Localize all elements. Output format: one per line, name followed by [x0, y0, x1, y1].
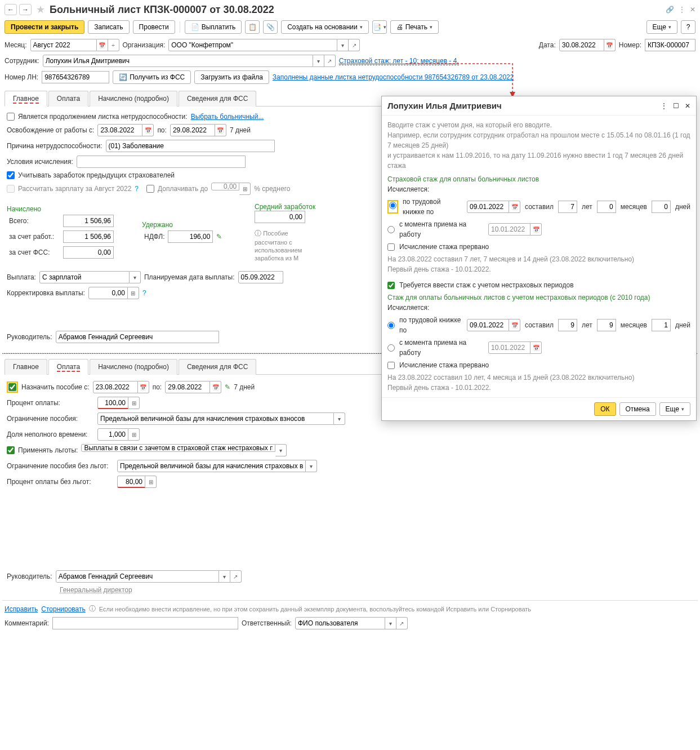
mgr-input[interactable] [56, 331, 219, 343]
reason-input[interactable] [106, 140, 275, 152]
help-button[interactable]: ? [681, 20, 695, 34]
tab-accrued[interactable]: Начислено (подробно) [90, 91, 177, 106]
radio-workbook1[interactable] [389, 202, 396, 209]
conditions-input[interactable] [77, 156, 246, 168]
plan-date-input[interactable] [238, 271, 283, 283]
more-button[interactable]: Еще [647, 20, 677, 34]
years2[interactable] [558, 319, 577, 331]
forward-button[interactable]: → [19, 4, 32, 15]
interrupted1-checkbox[interactable] [387, 243, 395, 251]
free-to-input[interactable] [170, 124, 215, 136]
assign-from-input[interactable] [93, 381, 138, 393]
pay-button[interactable]: 📄Выплатить [185, 20, 242, 34]
month-calendar-icon[interactable]: 📅 [97, 39, 108, 51]
favorite-icon[interactable]: ★ [36, 3, 45, 16]
tab-main[interactable]: Главное [5, 91, 47, 106]
free-from-input[interactable] [97, 124, 142, 136]
panel-more-button[interactable]: Еще [659, 402, 690, 416]
benefit-input[interactable] [81, 444, 275, 452]
position-link[interactable]: Генеральный директор [60, 586, 132, 594]
ln-data-link[interactable]: Заполнены данные листка нетрудоспособнос… [273, 73, 514, 81]
radio-hire1[interactable] [387, 226, 395, 233]
days1[interactable] [652, 201, 671, 213]
attach-button[interactable]: 📎 [263, 20, 278, 34]
pencil-icon[interactable]: ✎ [216, 233, 222, 241]
kebab-icon[interactable]: ⋮ [679, 6, 685, 14]
post-and-close-button[interactable]: Провести и закрыть [5, 20, 84, 34]
print-button[interactable]: 🖨Печать [390, 20, 439, 34]
responsible-input[interactable] [295, 617, 385, 629]
assign-to-input[interactable] [165, 381, 210, 393]
tab2-pay[interactable]: Оплата [48, 359, 88, 375]
calendar-icon[interactable]: 📅 [215, 124, 226, 136]
load-file-button[interactable]: Загрузить из файла [194, 70, 269, 84]
interrupted2-checkbox[interactable] [387, 362, 395, 369]
month-input[interactable] [30, 39, 97, 51]
topup-input[interactable] [211, 183, 239, 190]
org-open[interactable]: ↗ [349, 39, 360, 51]
close-icon[interactable]: ✕ [690, 6, 695, 14]
write-button[interactable]: Записать [88, 20, 129, 34]
ln-input[interactable] [42, 71, 109, 83]
workbook-date2[interactable] [467, 319, 509, 331]
years1[interactable] [558, 201, 577, 213]
post-button[interactable]: Провести [133, 20, 175, 34]
emp-part-input[interactable] [63, 230, 114, 243]
fss-part-input[interactable] [63, 246, 114, 259]
panel-cancel-button[interactable]: Отмена [619, 402, 656, 416]
footer-mgr-input[interactable] [56, 570, 219, 583]
storno-link[interactable]: Сторнировать [41, 605, 85, 613]
prev-insurers-checkbox[interactable] [7, 171, 15, 179]
panel-kebab-icon[interactable]: ⋮ [661, 102, 667, 110]
insurance-link[interactable]: Страховой стаж: лет - 10; месяцев - 4. [339, 57, 459, 65]
pct-nb-input[interactable] [117, 476, 145, 488]
date-calendar-icon[interactable]: 📅 [604, 39, 616, 51]
total-input[interactable] [63, 215, 114, 227]
org-input[interactable] [168, 39, 337, 51]
emp-input[interactable] [43, 55, 313, 67]
tab2-accrued[interactable]: Начислено (подробно) [90, 359, 177, 375]
radio-hire2[interactable] [387, 344, 395, 352]
limit-input[interactable] [97, 412, 334, 425]
pct-input[interactable] [97, 397, 128, 409]
panel-maximize-icon[interactable]: ☐ [673, 102, 679, 110]
report-button[interactable]: 📋 [245, 20, 260, 34]
emp-dropdown[interactable]: ▾ [313, 55, 324, 67]
panel-close-icon[interactable]: ✕ [685, 102, 690, 110]
calendar-icon[interactable]: 📅 [142, 124, 154, 136]
create-based-button[interactable]: Создать на основании [281, 20, 369, 34]
continuation-checkbox[interactable] [7, 113, 15, 121]
org-dropdown[interactable]: ▾ [337, 39, 349, 51]
payout-input[interactable] [39, 271, 130, 283]
date-input[interactable] [559, 39, 604, 51]
pick-ln-link[interactable]: Выбрать больничный... [191, 113, 264, 121]
panel-ok-button[interactable]: ОК [594, 402, 616, 416]
tab2-fss[interactable]: Сведения для ФСС [179, 359, 256, 375]
workbook-date1[interactable] [467, 201, 509, 213]
months2[interactable] [597, 319, 616, 331]
tab-fss[interactable]: Сведения для ФСС [179, 91, 256, 106]
assign-checkbox[interactable] [8, 383, 16, 391]
need-noninsurance-checkbox[interactable] [387, 282, 395, 289]
link-icon[interactable]: 🔗 [666, 6, 674, 14]
ndfl-input[interactable] [168, 230, 213, 243]
days2[interactable] [652, 319, 671, 331]
num-input[interactable] [645, 39, 695, 51]
comment-input[interactable] [52, 617, 238, 629]
copy-button[interactable]: 📑 [372, 20, 387, 34]
emp-open[interactable]: ↗ [324, 55, 336, 67]
radio-workbook2[interactable] [387, 322, 395, 329]
limit-nb-input[interactable] [117, 460, 306, 472]
back-button[interactable]: ← [5, 4, 17, 15]
get-fss-button[interactable]: 🔄Получить из ФСС [113, 70, 191, 84]
months1[interactable] [597, 201, 616, 213]
fix-link[interactable]: Исправить [5, 605, 38, 613]
benefit-checkbox[interactable] [7, 446, 15, 454]
pencil-icon[interactable]: ✎ [225, 383, 230, 391]
tab-pay[interactable]: Оплата [48, 91, 88, 106]
corr-input[interactable] [88, 287, 128, 299]
tab2-main[interactable]: Главное [5, 359, 47, 375]
month-spinner[interactable]: ÷ [108, 39, 119, 51]
topup-checkbox[interactable] [146, 185, 154, 193]
avg-input[interactable] [255, 211, 305, 223]
